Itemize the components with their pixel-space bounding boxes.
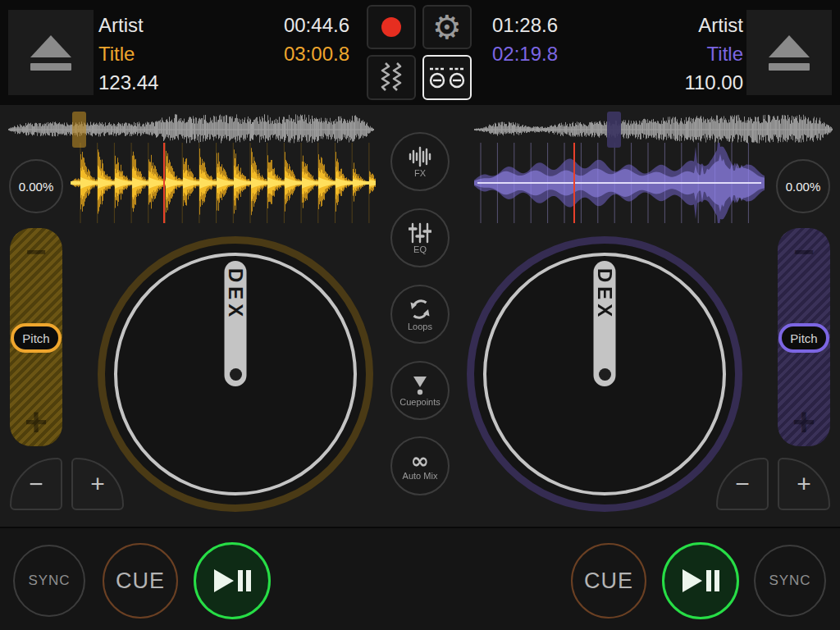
playhead-right xyxy=(573,143,575,223)
bpm-right: 110.00 xyxy=(684,68,743,97)
mixer-icon xyxy=(377,61,406,95)
automix-label: Auto Mix xyxy=(403,471,438,481)
eject-button-right[interactable] xyxy=(746,10,832,95)
pitch-plus-left[interactable]: + xyxy=(10,399,62,445)
jog-wheel-needle: DEX xyxy=(594,261,616,386)
needle-dot xyxy=(230,368,242,381)
time-display-left[interactable]: 00:44.6 03:00.8 xyxy=(197,11,349,68)
jog-wheel-needle: DEX xyxy=(225,261,247,386)
eq-label: EQ xyxy=(413,244,427,254)
fx-label: FX xyxy=(414,168,426,178)
top-bar: Artist Title 123.44 00:44.6 03:00.8 ⚙ xyxy=(0,0,840,105)
infinity-icon: ∞ xyxy=(411,452,430,470)
track-info-left: Artist Title 123.44 xyxy=(98,11,158,97)
title-label-left: Title xyxy=(98,39,158,68)
time-elapsed-left: 00:44.6 xyxy=(197,11,349,39)
needle-dot xyxy=(599,368,611,381)
play-pause-button-right[interactable] xyxy=(662,542,739,619)
bend-plus-button-right[interactable]: + xyxy=(778,458,830,510)
play-pause-icon xyxy=(212,568,252,593)
loops-button[interactable]: Loops xyxy=(390,285,450,344)
pitch-minus-left[interactable]: − xyxy=(10,231,62,272)
play-pause-button-left[interactable] xyxy=(194,542,271,619)
overview-waveform-right[interactable] xyxy=(474,112,833,147)
title-label-right: Title xyxy=(684,39,743,68)
bend-minus-button-right[interactable]: − xyxy=(716,458,769,510)
dex-logo: DEX xyxy=(593,268,616,321)
mixer-view-button[interactable] xyxy=(367,55,416,100)
cuepoints-button[interactable]: Cuepoints xyxy=(390,361,450,420)
pitch-handle-left[interactable]: Pitch xyxy=(11,323,62,353)
jog-wheel-inner-ring: DEX xyxy=(483,253,726,495)
fx-waveform-icon xyxy=(408,146,432,167)
cuepoints-label: Cuepoints xyxy=(399,397,441,407)
play-pause-icon xyxy=(681,568,720,593)
zoomed-waveform-left[interactable] xyxy=(71,143,376,223)
zoomed-waveform-right[interactable] xyxy=(474,143,765,223)
sync-button-left[interactable]: SYNC xyxy=(13,545,85,617)
time-display-right[interactable]: 01:28.6 02:19.8 xyxy=(492,11,558,68)
bend-plus-button-left[interactable]: + xyxy=(71,458,124,510)
eject-icon xyxy=(769,35,810,57)
artist-label-left: Artist xyxy=(98,11,158,39)
loops-label: Loops xyxy=(408,322,432,331)
time-elapsed-right: 01:28.6 xyxy=(492,11,558,39)
dj-app: Artist Title 123.44 00:44.6 03:00.8 ⚙ xyxy=(0,0,840,630)
pitch-minus-right[interactable]: − xyxy=(778,231,830,272)
record-icon xyxy=(381,17,401,37)
eq-button[interactable]: EQ xyxy=(390,208,450,267)
eject-icon xyxy=(30,35,71,57)
pitch-handle-right[interactable]: Pitch xyxy=(778,323,829,353)
pitch-plus-right[interactable]: + xyxy=(778,399,830,445)
dual-deck-view-button[interactable] xyxy=(422,55,472,100)
track-info-right: Artist Title 110.00 xyxy=(684,11,743,97)
time-remaining-right: 02:19.8 xyxy=(492,39,558,68)
bpm-left: 123.44 xyxy=(98,68,158,97)
transport-bar: SYNC CUE CUE SYNC xyxy=(0,527,840,630)
bend-minus-button-left[interactable]: − xyxy=(10,458,62,510)
loop-arrows-icon xyxy=(409,298,431,321)
fx-button[interactable]: FX xyxy=(390,132,450,191)
overview-position-marker-right[interactable] xyxy=(607,112,621,148)
cue-button-left[interactable]: CUE xyxy=(103,543,178,619)
sync-button-right[interactable]: SYNC xyxy=(754,545,826,617)
artist-label-right: Artist xyxy=(684,11,743,39)
cue-button-right[interactable]: CUE xyxy=(571,543,646,619)
jog-wheel-inner-ring: DEX xyxy=(114,253,357,495)
gear-icon: ⚙ xyxy=(432,11,462,43)
cuepoint-marker-icon xyxy=(410,375,430,396)
overview-position-marker-left[interactable] xyxy=(72,112,86,148)
jog-wheel-left[interactable]: DEX xyxy=(98,236,373,512)
overview-waveform-left[interactable] xyxy=(8,112,374,147)
pitch-percent-display-left[interactable]: 0.00% xyxy=(9,159,63,213)
jog-wheel-right[interactable]: DEX xyxy=(467,236,742,512)
time-remaining-left: 03:00.8 xyxy=(197,39,349,68)
automix-button[interactable]: ∞ Auto Mix xyxy=(390,436,450,495)
eject-button-left[interactable] xyxy=(8,10,94,95)
record-button[interactable] xyxy=(367,5,416,49)
dual-deck-icon xyxy=(428,66,466,90)
playhead-left xyxy=(163,143,165,223)
pitch-slider-right[interactable]: − Pitch + xyxy=(778,228,830,446)
dex-logo: DEX xyxy=(224,268,247,321)
settings-button[interactable]: ⚙ xyxy=(422,5,472,49)
pitch-slider-left[interactable]: − Pitch + xyxy=(10,228,62,446)
pitch-percent-display-right[interactable]: 0.00% xyxy=(776,159,830,213)
eq-sliders-icon xyxy=(409,222,431,244)
